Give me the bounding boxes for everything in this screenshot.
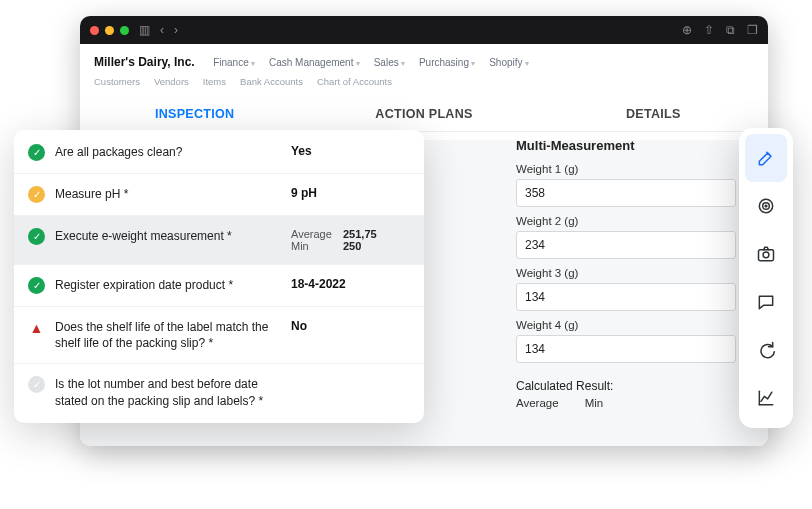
secondary-nav: Customers Vendors Items Bank Accounts Ch… <box>80 72 768 97</box>
calc-title: Calculated Result: <box>516 379 736 393</box>
tool-chart[interactable] <box>745 374 787 422</box>
subnav-bank[interactable]: Bank Accounts <box>240 76 303 87</box>
nav-fwd-icon[interactable]: › <box>174 23 178 37</box>
add-icon[interactable]: ⊕ <box>682 23 692 37</box>
subnav-customers[interactable]: Customers <box>94 76 140 87</box>
answer-text: 9 pH <box>291 186 317 200</box>
answer-text: No <box>291 319 307 333</box>
subnav-items[interactable]: Items <box>203 76 226 87</box>
svg-point-0 <box>759 199 772 212</box>
svg-point-4 <box>763 252 769 258</box>
svg-point-1 <box>763 203 770 210</box>
field-label: Weight 3 (g) <box>516 267 736 279</box>
field-label: Weight 2 (g) <box>516 215 736 227</box>
inspection-row[interactable]: ✓ Register expiration date product * 18-… <box>14 264 424 306</box>
window-minimize-icon[interactable] <box>105 26 114 35</box>
tool-target[interactable] <box>745 182 787 230</box>
inspection-row[interactable]: ✓ Execute e-weight measurement * Average… <box>14 215 424 264</box>
field-label: Weight 4 (g) <box>516 319 736 331</box>
check-icon: ✓ <box>28 144 45 161</box>
warning-icon: ▲ <box>28 319 45 336</box>
pending-icon: ✓ <box>28 376 45 393</box>
stat-avg-value: 251,75 <box>343 228 377 240</box>
inspection-row[interactable]: ✓ Is the lot number and best before date… <box>14 363 424 420</box>
inspection-row[interactable]: ✓ Are all packages clean? Yes <box>14 132 424 173</box>
calc-col-avg: Average <box>516 397 559 409</box>
comment-icon <box>756 292 776 312</box>
company-name: Miller's Dairy, Inc. <box>94 55 195 69</box>
tool-camera[interactable] <box>745 230 787 278</box>
nav-finance[interactable]: Finance <box>213 57 255 68</box>
answer-text: Yes <box>291 144 312 158</box>
tool-comment[interactable] <box>745 278 787 326</box>
calculated-result: Calculated Result: Average Min <box>516 379 736 409</box>
question-text: Register expiration date product * <box>55 277 281 293</box>
calc-col-min: Min <box>585 397 604 409</box>
check-icon: ✓ <box>28 228 45 245</box>
question-text: Are all packages clean? <box>55 144 281 160</box>
question-text: Is the lot number and best before date s… <box>55 376 281 408</box>
inspection-card: ✓ Are all packages clean? Yes ✓ Measure … <box>14 130 424 423</box>
main-tabs: INSPECTION ACTION PLANS DETAILS <box>80 97 768 132</box>
target-icon <box>756 196 776 216</box>
details-title: Multi-Measurement <box>516 138 736 153</box>
stat-block: Average251,75 Min250 <box>291 228 377 252</box>
edit-icon <box>756 148 776 168</box>
nav-cash[interactable]: Cash Management <box>269 57 360 68</box>
window-close-icon[interactable] <box>90 26 99 35</box>
subnav-vendors[interactable]: Vendors <box>154 76 189 87</box>
question-text: Does the shelf life of the label match t… <box>55 319 281 351</box>
stat-min-value: 250 <box>343 240 361 252</box>
titlebar: ▥ ‹ › ⊕ ⇧ ⧉ ❐ <box>80 16 768 44</box>
inspection-row[interactable]: ▲ Does the shelf life of the label match… <box>14 306 424 363</box>
answer-text: 18-4-2022 <box>291 277 346 291</box>
question-text: Execute e-weight measurement * <box>55 228 281 244</box>
stat-avg-label: Average <box>291 228 343 240</box>
tool-edit[interactable] <box>745 134 787 182</box>
tabs-icon[interactable]: ❐ <box>747 23 758 37</box>
window-zoom-icon[interactable] <box>120 26 129 35</box>
check-icon: ✓ <box>28 277 45 294</box>
redo-icon <box>756 340 776 360</box>
check-icon: ✓ <box>28 186 45 203</box>
tab-details[interactable]: DETAILS <box>539 97 768 131</box>
share-icon[interactable]: ⇧ <box>704 23 714 37</box>
side-toolbar <box>739 128 793 428</box>
nav-sales[interactable]: Sales <box>374 57 405 68</box>
tool-redo[interactable] <box>745 326 787 374</box>
nav-purchase[interactable]: Purchasing <box>419 57 475 68</box>
weight-input-1[interactable]: 358 <box>516 179 736 207</box>
chart-icon <box>756 388 776 408</box>
field-label: Weight 1 (g) <box>516 163 736 175</box>
tab-inspection[interactable]: INSPECTION <box>80 97 309 131</box>
subnav-coa[interactable]: Chart of Accounts <box>317 76 392 87</box>
weight-input-3[interactable]: 134 <box>516 283 736 311</box>
new-tab-icon[interactable]: ⧉ <box>726 23 735 37</box>
weight-input-2[interactable]: 234 <box>516 231 736 259</box>
header: Miller's Dairy, Inc. Finance Cash Manage… <box>80 44 768 72</box>
details-panel: Multi-Measurement Weight 1 (g) 358 Weigh… <box>516 138 736 409</box>
weight-input-4[interactable]: 134 <box>516 335 736 363</box>
stat-min-label: Min <box>291 240 343 252</box>
svg-point-2 <box>765 205 767 207</box>
question-text: Measure pH * <box>55 186 281 202</box>
tab-action-plans[interactable]: ACTION PLANS <box>309 97 538 131</box>
sidebar-toggle-icon[interactable]: ▥ <box>139 23 150 37</box>
nav-shopify[interactable]: Shopify <box>489 57 529 68</box>
primary-nav: Finance Cash Management Sales Purchasing… <box>213 57 529 68</box>
camera-icon <box>756 244 776 264</box>
inspection-row[interactable]: ✓ Measure pH * 9 pH <box>14 173 424 215</box>
nav-back-icon[interactable]: ‹ <box>160 23 164 37</box>
